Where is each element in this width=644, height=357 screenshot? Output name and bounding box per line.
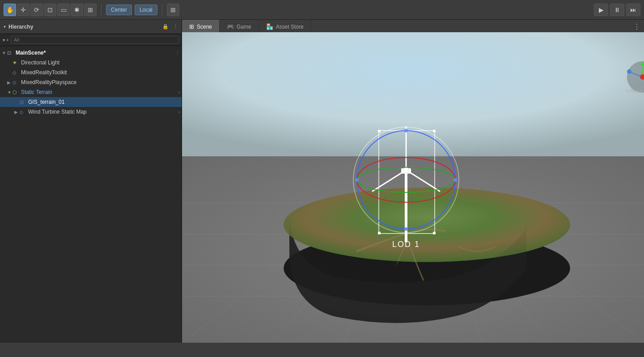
svg-rect-0	[182, 32, 644, 157]
gis-terrain-label: GIS_terrain_01	[28, 99, 180, 105]
light-icon: ☀	[13, 60, 20, 66]
tree-item-gis-terrain[interactable]: ⬡ GIS_terrain_01	[0, 97, 182, 107]
asset-tab-label: Asset Store	[276, 24, 304, 30]
terrain-icon: ⬡	[13, 89, 20, 95]
hierarchy-content: ▼ ⊡ MainScene* ⋮ ☀ Directional Light ◇ M…	[0, 46, 182, 343]
rotate-tool[interactable]: ⟳	[30, 4, 43, 16]
hierarchy-panel: ▾ Hierarchy 🔒 ⋮ ▾ + ▼ ⊡ MainScene* ⋮ ☀ D…	[0, 20, 182, 343]
step-button[interactable]: ⏭	[626, 4, 640, 16]
tree-item-wind-turbine[interactable]: ▶ ◇ Wind Turbine Static Map ›	[0, 107, 182, 117]
svg-point-42	[627, 69, 631, 74]
expand-arrow-st: ▼	[7, 90, 13, 95]
svg-point-21	[403, 167, 409, 173]
hierarchy-title: Hierarchy	[8, 24, 33, 30]
scene-tab-icon: ⊞	[189, 23, 194, 30]
terrain-child-icon: ⬡	[20, 100, 27, 105]
tool-group-main: ✋ ✛ ⟳ ⊡ ▭ ✱ ⊞	[4, 4, 97, 16]
wind-icon: ◇	[20, 110, 27, 115]
rect-tool[interactable]: ▭	[57, 4, 70, 16]
tab-game[interactable]: 🎮 Game	[220, 20, 259, 34]
svg-rect-16	[405, 171, 407, 242]
more-icon[interactable]: ⋮	[173, 24, 178, 30]
tree-item-static-terrain[interactable]: ▼ ⬡ Static Terrain ›	[0, 87, 182, 97]
hierarchy-header: ▾ Hierarchy 🔒 ⋮	[0, 20, 182, 34]
add-icon: ▾	[4, 24, 6, 29]
play-button[interactable]: ▶	[594, 4, 608, 16]
tree-item-directional-light[interactable]: ☀ Directional Light	[0, 58, 182, 68]
directional-light-label: Directional Light	[21, 60, 180, 66]
svg-point-33	[404, 129, 408, 132]
static-terrain-label: Static Terrain	[21, 89, 178, 95]
local-button[interactable]: Local	[135, 4, 157, 15]
game-tab-label: Game	[237, 24, 251, 30]
hierarchy-search-input[interactable]	[11, 36, 179, 44]
transform-tool[interactable]: ✱	[71, 4, 83, 16]
scene-view[interactable]: ⊞ Scene 🎮 Game 🏪 Asset Store ⋮ Shaded 2D	[182, 20, 644, 343]
mrt-label: MixedRealityToolkit	[21, 69, 180, 76]
hierarchy-search-bar: ▾ +	[0, 34, 182, 46]
mainscene-label: MainScene*	[16, 50, 175, 56]
top-toolbar: ✋ ✛ ⟳ ⊡ ▭ ✱ ⊞ Center Local ⊞ ▶ ⏸ ⏭	[0, 0, 644, 20]
svg-rect-26	[433, 232, 436, 234]
scene-more-btn[interactable]: ⋮	[633, 20, 644, 34]
svg-rect-23	[378, 130, 381, 132]
move-tool[interactable]: ✛	[17, 4, 30, 16]
item-more[interactable]: ⋮	[175, 51, 180, 55]
wind-turbine-label: Wind Turbine Static Map	[28, 109, 178, 115]
tree-item-mrp[interactable]: ▶ ◇ MixedRealityPlayspace	[0, 77, 182, 87]
svg-rect-25	[378, 232, 381, 234]
pause-button[interactable]: ⏸	[610, 4, 624, 16]
separator-2	[162, 4, 162, 16]
play-controls: ▶ ⏸ ⏭	[594, 4, 640, 16]
svg-text:LOD 1: LOD 1	[392, 240, 420, 249]
center-button[interactable]: Center	[106, 4, 132, 15]
svg-rect-24	[433, 130, 436, 132]
asset-tab-icon: 🏪	[266, 23, 273, 30]
lock-icon[interactable]: 🔒	[162, 24, 169, 30]
expand-arrow: ▼	[2, 51, 7, 55]
svg-point-32	[453, 178, 457, 182]
scale-tool[interactable]: ⊡	[44, 4, 56, 16]
hand-tool[interactable]: ✋	[4, 4, 16, 16]
expand-arrow-mrp: ▶	[7, 80, 13, 85]
mrp-label: MixedRealityPlayspace	[21, 79, 180, 85]
svg-text:< Persp: < Persp	[626, 88, 643, 94]
obj-icon: ◇	[13, 70, 20, 76]
custom-tool[interactable]: ⊞	[84, 4, 97, 16]
svg-point-34	[404, 227, 408, 231]
tree-item-mainscene[interactable]: ▼ ⊡ MainScene* ⋮	[0, 48, 182, 58]
tab-asset-store[interactable]: 🏪 Asset Store	[259, 20, 311, 34]
main-layout: ▾ Hierarchy 🔒 ⋮ ▾ + ▼ ⊡ MainScene* ⋮ ☀ D…	[0, 20, 644, 343]
wind-arrow: ›	[178, 110, 180, 115]
scene-canvas[interactable]: LOD 1 < Pers	[182, 32, 644, 343]
obj-icon2: ◇	[13, 80, 20, 85]
expand-arrow-wt: ▶	[14, 110, 20, 115]
tab-scene[interactable]: ⊞ Scene	[182, 20, 220, 34]
game-tab-icon: 🎮	[227, 23, 234, 30]
scene-tab-label: Scene	[197, 24, 212, 30]
grid-button[interactable]: ⊞	[167, 4, 179, 16]
terrain-arrow: ›	[178, 90, 180, 95]
svg-point-31	[355, 178, 359, 182]
separator-1	[101, 4, 102, 16]
scene-icon: ⊡	[7, 50, 14, 56]
tree-item-mrt[interactable]: ◇ MixedRealityToolkit	[0, 68, 182, 77]
add-button[interactable]: ▾ +	[3, 38, 9, 42]
